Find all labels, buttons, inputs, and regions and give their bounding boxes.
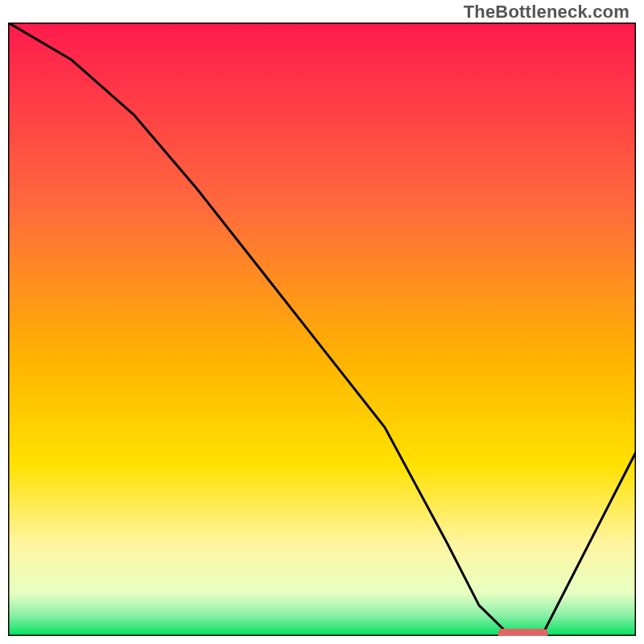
watermark-text: TheBottleneck.com xyxy=(464,2,630,23)
bottleneck-chart xyxy=(8,23,636,636)
chart-background xyxy=(8,23,636,636)
optimal-range-marker xyxy=(497,629,547,636)
chart-container: TheBottleneck.com xyxy=(0,0,644,644)
